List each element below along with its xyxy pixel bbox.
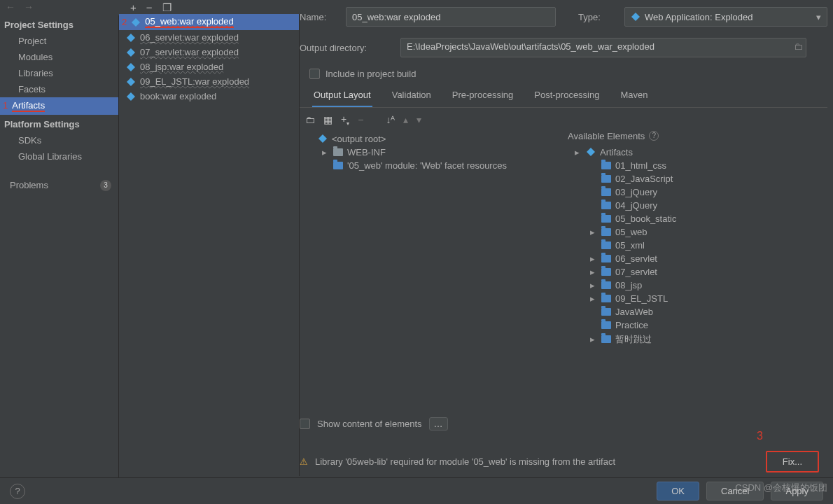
module-folder-icon bbox=[601, 308, 611, 316]
available-item[interactable]: 03_jQuery bbox=[570, 186, 827, 199]
platform-settings-header: Platform Settings bbox=[0, 115, 118, 132]
artifact-icon bbox=[126, 77, 136, 87]
artifact-icon bbox=[318, 134, 328, 144]
ellipsis-button[interactable]: … bbox=[429, 417, 448, 430]
help-button[interactable]: ? bbox=[10, 484, 25, 499]
collapse-icon[interactable]: ▾ bbox=[416, 114, 421, 125]
artifact-icon bbox=[631, 12, 640, 22]
available-item[interactable]: ▸暂时跳过 bbox=[570, 332, 827, 347]
expand-caret-icon[interactable]: ▸ bbox=[322, 147, 329, 158]
name-label: Name: bbox=[300, 12, 336, 22]
module-folder-icon bbox=[601, 255, 611, 262]
browse-folder-icon[interactable]: 🗀 bbox=[794, 41, 803, 52]
artifact-type-select[interactable]: Web Application: Exploded ▾ bbox=[624, 7, 827, 27]
module-folder-icon bbox=[601, 295, 611, 302]
svg-marker-2 bbox=[127, 48, 135, 57]
back-arrow-icon[interactable]: ← bbox=[6, 1, 15, 13]
new-archive-icon[interactable]: ▦ bbox=[323, 114, 332, 125]
artifact-row[interactable]: 2 05_web:war exploded bbox=[119, 14, 299, 30]
add-artifact-icon[interactable]: + bbox=[130, 1, 136, 14]
annotation-3: 3 bbox=[757, 430, 763, 442]
ok-button[interactable]: OK bbox=[657, 482, 699, 500]
sidebar-item-modules[interactable]: Modules bbox=[0, 49, 118, 65]
available-item[interactable]: 04_jQuery bbox=[570, 199, 827, 212]
available-item[interactable]: JavaWeb bbox=[570, 305, 827, 318]
available-item[interactable]: Practice bbox=[570, 318, 827, 332]
svg-marker-8 bbox=[587, 148, 595, 156]
folder-icon bbox=[333, 148, 343, 156]
warning-icon: ⚠ bbox=[300, 456, 308, 467]
available-item[interactable]: 01_html_css bbox=[570, 159, 827, 172]
artifact-tabs: Output Layout Validation Pre-processing … bbox=[300, 85, 827, 108]
module-folder-icon bbox=[601, 188, 611, 196]
artifact-row[interactable]: 09_EL_JSTL:war exploded bbox=[119, 74, 299, 89]
remove-icon[interactable]: − bbox=[358, 114, 363, 125]
tab-maven[interactable]: Maven bbox=[619, 85, 649, 107]
available-item[interactable]: 02_JavaScript bbox=[570, 172, 827, 186]
fix-button[interactable]: Fix... bbox=[766, 451, 819, 472]
expand-icon[interactable]: ▴ bbox=[403, 114, 408, 125]
artifact-icon bbox=[131, 18, 141, 27]
tab-post-processing[interactable]: Post-processing bbox=[533, 85, 601, 107]
artifact-row[interactable]: book:war exploded bbox=[119, 89, 299, 104]
output-dir-input[interactable]: E:\IdeaProjects\JavaWeb\out\artifacts\05… bbox=[400, 38, 806, 57]
available-item[interactable]: ▸09_EL_JSTL bbox=[570, 292, 827, 305]
show-content-checkbox[interactable] bbox=[300, 419, 310, 429]
artifact-icon bbox=[586, 147, 596, 157]
sort-icon[interactable]: ↓ᴬ bbox=[386, 114, 395, 125]
artifact-icon bbox=[126, 33, 136, 43]
include-in-build-checkbox[interactable]: Include in project build bbox=[309, 69, 416, 79]
sidebar-item-project[interactable]: Project bbox=[0, 33, 118, 49]
sidebar-item-artifacts[interactable]: 1Artifacts bbox=[0, 97, 118, 115]
svg-marker-0 bbox=[132, 18, 140, 27]
tab-pre-processing[interactable]: Pre-processing bbox=[451, 85, 514, 107]
artifact-icon bbox=[126, 62, 136, 72]
tab-validation[interactable]: Validation bbox=[391, 85, 433, 107]
annotation-2: 2 bbox=[122, 17, 127, 27]
module-folder-icon bbox=[601, 335, 611, 343]
cancel-button[interactable]: Cancel bbox=[706, 482, 764, 500]
output-root-tree[interactable]: <output root> ▸WEB-INF '05_web' module: … bbox=[300, 131, 562, 347]
svg-marker-5 bbox=[127, 92, 135, 101]
dialog-button-bar: ? OK Cancel Apply bbox=[0, 477, 833, 504]
sidebar-item-libraries[interactable]: Libraries bbox=[0, 65, 118, 81]
available-item[interactable]: 05_book_static bbox=[570, 212, 827, 225]
sidebar-item-global-libraries[interactable]: Global Libraries bbox=[0, 148, 118, 164]
sidebar-item-problems[interactable]: Problems 3 bbox=[0, 177, 118, 193]
artifact-icon bbox=[126, 48, 136, 57]
warning-text: Library '05web-lib' required for module … bbox=[315, 456, 615, 467]
module-folder-icon bbox=[601, 321, 611, 329]
available-item[interactable]: ▸07_servlet bbox=[570, 265, 827, 279]
svg-marker-1 bbox=[127, 34, 135, 42]
module-folder-icon bbox=[601, 162, 611, 169]
svg-marker-7 bbox=[318, 134, 327, 143]
add-copy-icon[interactable]: +▾ bbox=[341, 113, 349, 127]
help-icon[interactable]: ? bbox=[649, 131, 659, 141]
artifact-row[interactable]: 06_servlet:war exploded bbox=[119, 30, 299, 45]
sidebar-item-facets[interactable]: Facets bbox=[0, 81, 118, 97]
apply-button[interactable]: Apply bbox=[771, 482, 823, 500]
available-elements-pane: Available Elements ? ▸Artifacts 01_html_… bbox=[568, 131, 827, 347]
remove-artifact-icon[interactable]: − bbox=[146, 1, 153, 14]
artifacts-list: 2 05_web:war exploded 06_servlet:war exp… bbox=[119, 14, 300, 476]
available-item[interactable]: 05_xml bbox=[570, 239, 827, 252]
tab-output-layout[interactable]: Output Layout bbox=[312, 85, 372, 107]
available-item[interactable]: ▸06_servlet bbox=[570, 252, 827, 265]
sidebar-item-sdks[interactable]: SDKs bbox=[0, 132, 118, 148]
chevron-down-icon: ▾ bbox=[816, 12, 821, 22]
artifact-row[interactable]: 07_servlet:war exploded bbox=[119, 45, 299, 59]
svg-marker-3 bbox=[127, 63, 135, 71]
new-folder-icon[interactable]: 🗀 bbox=[305, 114, 315, 125]
project-settings-header: Project Settings bbox=[0, 15, 118, 33]
copy-artifact-icon[interactable]: ❐ bbox=[162, 1, 172, 14]
artifact-name-input[interactable] bbox=[346, 7, 556, 27]
available-item[interactable]: ▸08_jsp bbox=[570, 279, 827, 292]
available-elements-tree[interactable]: ▸Artifacts 01_html_css02_JavaScript03_jQ… bbox=[568, 144, 827, 347]
web-facet-icon bbox=[333, 162, 343, 169]
artifact-row[interactable]: 08_jsp:war exploded bbox=[119, 59, 299, 74]
available-item[interactable]: ▸05_web bbox=[570, 225, 827, 239]
module-folder-icon bbox=[601, 281, 611, 289]
module-folder-icon bbox=[601, 241, 611, 249]
output-layout-toolbar: 🗀 ▦ +▾ − ↓ᴬ ▴ ▾ bbox=[300, 111, 827, 130]
show-content-label: Show content of elements bbox=[317, 419, 422, 429]
